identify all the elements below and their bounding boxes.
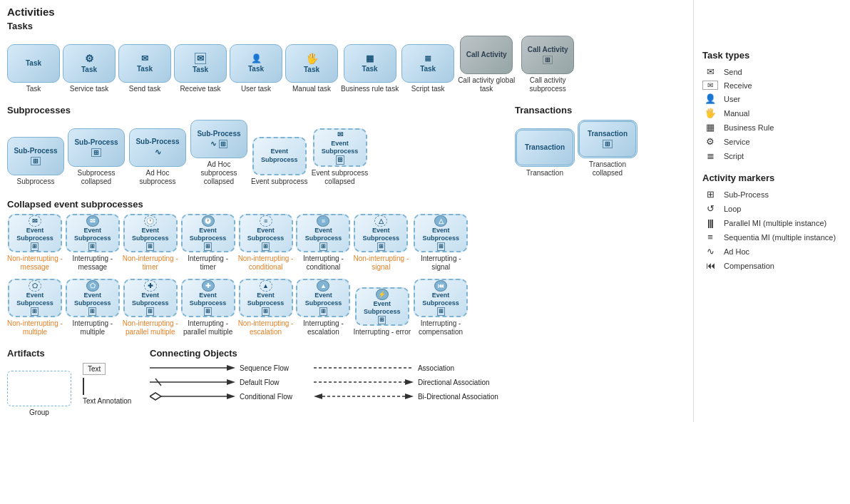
i-compensation-grid: ⊞	[437, 307, 445, 316]
connecting-heading: Connecting Objects	[150, 348, 686, 359]
i-signal-grid: ⊞	[437, 242, 445, 251]
subprocess-collapsed-item: Sub-Process ⊞ Subprocess collapsed	[67, 128, 126, 186]
event-subprocess-box[interactable]: EventSubprocess	[252, 137, 307, 175]
ni-signal-circle: △	[374, 215, 387, 227]
task-box-business-rule[interactable]: ▦ Task	[344, 44, 396, 83]
task-box-call-activity-global[interactable]: Call Activity	[460, 36, 513, 74]
ni-multiple-box[interactable]: ⬠ EventSubprocess ⊞	[8, 279, 62, 317]
sidebar-business-rule: ▦ Business Rule	[702, 122, 841, 133]
i-error-box[interactable]: ⚡ EventSubprocess ⊞	[355, 287, 409, 326]
transaction-label: Transaction	[526, 169, 563, 178]
subprocess-collapsed-label: Subprocess collapsed	[67, 169, 126, 186]
send-icon: ✉	[141, 53, 148, 63]
i-escalation-box[interactable]: ▲ EventSubprocess ⊞	[296, 279, 350, 317]
task-box-manual[interactable]: 🖐 Task	[285, 44, 338, 83]
task-item-business-rule: ▦ Task Business rule task	[341, 44, 399, 93]
task-types-heading: Task types	[702, 50, 841, 61]
sequential-mi-icon: ≡	[702, 232, 718, 242]
adhoc-collapsed-box[interactable]: Sub-Process ∿ ⊞	[190, 120, 247, 158]
task-box-service[interactable]: ⚙ Task	[63, 44, 116, 83]
task-box-user[interactable]: 👤 Task	[230, 44, 282, 83]
i-error-label: Interrupting - error	[353, 328, 411, 336]
svg-marker-13	[405, 394, 414, 399]
transactions-col: Transactions Transaction Transaction Tra…	[515, 102, 686, 185]
event-subprocess-collapsed-box[interactable]: ✉ EventSubprocess ⊞	[313, 128, 367, 167]
business-rule-icon: ▦	[702, 122, 718, 133]
task-label-task: Task	[26, 85, 41, 93]
ni-parallel-grid: ⊞	[146, 307, 154, 316]
ni-escalation-box[interactable]: ▲ EventSubprocess ⊞	[239, 279, 293, 317]
subprocesses-section: Subprocesses Sub-Process ⊞ Subprocess	[7, 102, 686, 193]
event-subprocess-collapsed-label: Event subprocess collapsed	[311, 169, 369, 186]
task-item-manual: 🖐 Task Manual task	[285, 44, 338, 93]
conditional-flow-arrow	[150, 391, 235, 401]
i-compensation-box[interactable]: ⏮ EventSubprocess ⊞	[414, 279, 468, 317]
task-box-call-activity-subprocess[interactable]: Call Activity ⊞	[521, 36, 574, 74]
adhoc-subprocess-box[interactable]: Sub-Process ∿	[129, 128, 186, 167]
transaction-collapsed-label: Transaction collapsed	[578, 160, 637, 178]
compensation-marker-icon: ⏮	[702, 260, 718, 271]
subprocess-box[interactable]: Sub-Process ⊞	[7, 137, 64, 175]
svg-marker-7	[227, 394, 235, 399]
i-parallel-grid: ⊞	[204, 307, 212, 316]
flows-col: Sequence Flow Default Flow	[150, 363, 292, 406]
task-label-script: Script task	[411, 85, 445, 93]
ni-escalation-circle: ▲	[260, 280, 272, 292]
user-label: User	[724, 95, 740, 103]
i-signal-item: △ EventSubprocess ⊞ Interrupting - signa…	[411, 214, 470, 272]
i-conditional-box[interactable]: ≡ EventSubprocess ⊞	[296, 214, 350, 252]
transaction-box[interactable]: Transaction	[515, 128, 575, 167]
svg-marker-5	[150, 393, 161, 400]
i-signal-box[interactable]: △ EventSubprocess ⊞	[414, 214, 468, 252]
subprocesses-heading: Subprocesses	[7, 105, 508, 115]
text-annotation-label: Text Annotation	[83, 397, 131, 405]
text-annotation-text: Text	[83, 363, 106, 375]
ni-multiple-circle: ⬠	[29, 280, 41, 292]
ni-multiple-grid: ⊞	[31, 307, 39, 316]
sidebar-loop-marker: ↺ Loop	[702, 203, 841, 214]
i-error-item: ⚡ EventSubprocess ⊞ Interrupting - error	[353, 287, 411, 336]
ni-message-box[interactable]: ✉ EventSubprocess ⊞	[8, 214, 62, 252]
page: Activities Tasks Task Task ⚙ Task Servic…	[0, 0, 850, 422]
i-parallel-box[interactable]: ✚ EventSubprocess ⊞	[181, 279, 235, 317]
i-message-item: ✉ EventSubprocess ⊞ Interrupting -messag…	[66, 214, 120, 272]
ni-timer-box[interactable]: 🕐 EventSubprocess ⊞	[123, 214, 178, 252]
task-box-task[interactable]: Task	[7, 44, 60, 83]
text-annotation-item: Text Text Annotation	[83, 363, 131, 405]
ni-signal-box[interactable]: △ EventSubprocess ⊞	[354, 214, 408, 252]
event-subprocess-collapsed-icon: ✉	[337, 130, 343, 139]
i-message-box[interactable]: ✉ EventSubprocess ⊞	[66, 214, 120, 252]
loop-marker-icon: ↺	[702, 203, 718, 214]
parallel-mi-label: Parallel MI (multiple instance)	[724, 219, 826, 227]
script-label: Script	[724, 152, 744, 160]
task-label-receive: Receive task	[180, 85, 220, 93]
ni-signal-grid: ⊞	[377, 242, 385, 251]
subprocess-collapsed-box[interactable]: Sub-Process ⊞	[68, 128, 125, 167]
event-subprocess-grid-icon: ⊞	[336, 155, 344, 165]
ni-conditional-box[interactable]: ≡ EventSubprocess ⊞	[239, 214, 293, 252]
artifacts-row: Group Text Text Annotation	[7, 363, 135, 416]
task-box-script[interactable]: ≣ Task	[401, 44, 454, 83]
association-row: Association	[314, 363, 498, 373]
group-label: Group	[7, 408, 71, 416]
transaction-collapsed-item: Transaction ⊞ Transaction collapsed	[578, 120, 638, 178]
subprocesses-row: Sub-Process ⊞ Subprocess Sub-Process ⊞	[7, 120, 508, 189]
event-subprocess-label: Event subprocess	[251, 178, 308, 186]
default-flow-label: Default Flow	[240, 379, 280, 386]
ni-escalation-label: Non-interrupting -escalation	[238, 319, 294, 336]
i-conditional-label: Interrupting -conditional	[303, 254, 344, 272]
subprocesses-col: Subprocesses Sub-Process ⊞ Subprocess	[7, 102, 508, 193]
receive-icon: ✉	[195, 53, 206, 64]
i-timer-item: 🕐 EventSubprocess ⊞ Interrupting -timer	[181, 214, 235, 272]
i-signal-circle: △	[434, 215, 447, 227]
sequence-flow-arrow	[150, 363, 235, 373]
i-escalation-item: ▲ EventSubprocess ⊞ Interrupting -escala…	[296, 279, 350, 336]
ni-signal-item: △ EventSubprocess ⊞ Non-interrupting -si…	[353, 214, 409, 272]
task-box-receive[interactable]: ✉ Task	[174, 44, 227, 83]
i-timer-box[interactable]: 🕐 EventSubprocess ⊞	[181, 214, 235, 252]
i-timer-label: Interrupting -timer	[188, 254, 228, 272]
i-multiple-box[interactable]: ⬠ EventSubprocess ⊞	[66, 279, 120, 317]
transaction-collapsed-box[interactable]: Transaction ⊞	[578, 120, 638, 158]
ni-parallel-box[interactable]: ✚ EventSubprocess ⊞	[123, 279, 178, 317]
task-box-send[interactable]: ✉ Task	[118, 44, 171, 83]
